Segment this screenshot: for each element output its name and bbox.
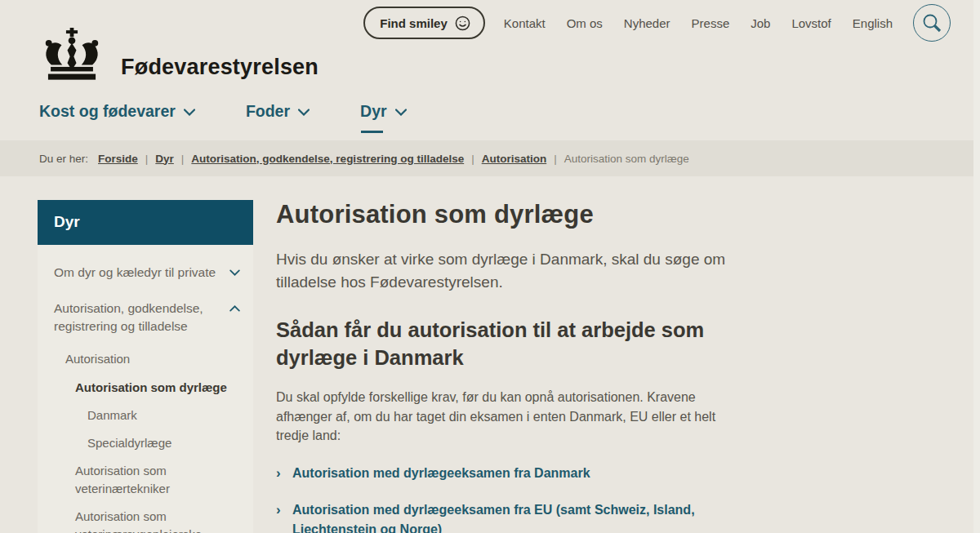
header-link-om-os[interactable]: Om os <box>556 16 613 30</box>
sidebar-item-specialdyrlaege[interactable]: Specialdyrlæge <box>38 429 253 457</box>
chevron-down-icon <box>298 109 310 116</box>
page-title: Autorisation som dyrlæge <box>276 200 738 229</box>
crown-icon <box>39 28 105 82</box>
body-paragraph: Du skal opfylde forskellige krav, før du… <box>276 388 738 446</box>
breadcrumb-link-dyr[interactable]: Dyr <box>155 153 174 165</box>
search-button[interactable] <box>913 4 951 42</box>
chevron-down-icon <box>395 109 407 116</box>
breadcrumb-prefix: Du er her: <box>39 153 88 165</box>
sidebar-title: Dyr <box>38 200 253 245</box>
mainnav-kost-og-fodevarer[interactable]: Kost og fødevarer <box>39 102 195 121</box>
sidebar-item-danmark[interactable]: Danmark <box>38 402 253 429</box>
list-item: › Autorisation med dyrlægeeksamen fra EU… <box>276 500 738 533</box>
sidebar-item-autorisation[interactable]: Autorisation <box>38 344 253 374</box>
chevron-down-icon <box>184 109 195 116</box>
site-header: Fødevarestyrelsen Find smiley Kontakt Om… <box>0 0 980 82</box>
header-link-kontakt[interactable]: Kontakt <box>493 16 556 30</box>
main-navigation: Kost og fødevarer Foder Dyr <box>0 82 980 140</box>
mainnav-label: Dyr <box>360 102 387 121</box>
brand-logo[interactable]: Fødevarestyrelsen <box>39 7 318 82</box>
breadcrumb-link-autorisation[interactable]: Autorisation <box>482 153 547 165</box>
sidebar-item-label: Autorisation, godkendelse, registrering … <box>54 300 229 335</box>
sidebar-menu: Om dyr og kæledyr til private Autorisati… <box>38 245 253 533</box>
brand-name: Fødevarestyrelsen <box>121 55 318 80</box>
mainnav-foder[interactable]: Foder <box>246 102 310 121</box>
find-smiley-label: Find smiley <box>380 16 448 30</box>
header-nav: Kontakt Om os Nyheder Presse Job Lovstof… <box>493 16 903 30</box>
link-autorisation-eu[interactable]: Autorisation med dyrlægeeksamen fra EU (… <box>292 503 695 533</box>
list-item: › Autorisation med dyrlægeeksamen fra Da… <box>276 464 738 483</box>
chevron-down-icon <box>229 269 240 276</box>
sidebar-item-autorisation-godkendelse[interactable]: Autorisation, godkendelse, registrering … <box>38 291 253 344</box>
header-link-presse[interactable]: Presse <box>681 16 741 30</box>
find-smiley-button[interactable]: Find smiley <box>363 7 485 39</box>
breadcrumb-link-forside[interactable]: Forside <box>98 153 138 165</box>
header-utilities: Find smiley Kontakt Om os Nyheder Presse… <box>363 6 951 40</box>
breadcrumb-separator: | <box>471 153 474 165</box>
search-icon <box>921 12 942 33</box>
sidebar-item-veterinaertekniker[interactable]: Autorisation som veterinærtekniker <box>38 457 253 503</box>
arrow-right-icon: › <box>276 500 292 533</box>
arrow-right-icon: › <box>276 464 292 483</box>
header-link-english[interactable]: English <box>842 16 903 30</box>
sidebar-item-om-dyr-og-kaeledyr[interactable]: Om dyr og kæledyr til private <box>38 255 253 291</box>
breadcrumb-separator: | <box>181 153 185 165</box>
breadcrumb-separator: | <box>145 153 149 165</box>
sidebar: Dyr Om dyr og kæledyr til private Autori… <box>38 200 253 533</box>
page-edge <box>973 0 980 533</box>
link-list: › Autorisation med dyrlægeeksamen fra Da… <box>276 464 738 533</box>
main-content: Autorisation som dyrlæge Hvis du ønsker … <box>276 200 738 533</box>
breadcrumb-link-autorisation-godkendelse[interactable]: Autorisation, godkendelse, registrering … <box>191 153 464 165</box>
header-link-lovstof[interactable]: Lovstof <box>781 16 841 30</box>
section-heading: Sådan får du autorisation til at arbejde… <box>276 316 738 371</box>
chevron-up-icon <box>229 305 240 312</box>
mainnav-label: Kost og fødevarer <box>39 102 176 121</box>
sidebar-item-autorisation-som-dyrlaege[interactable]: Autorisation som dyrlæge <box>38 374 253 402</box>
header-link-nyheder[interactable]: Nyheder <box>613 16 681 30</box>
smiley-icon <box>455 16 470 31</box>
sidebar-item-veterinaersygeplejerske[interactable]: Autorisation som veterinærsygeplejerske <box>38 503 253 533</box>
link-autorisation-danmark[interactable]: Autorisation med dyrlægeeksamen fra Danm… <box>292 466 590 480</box>
breadcrumb-separator: | <box>554 153 557 165</box>
mainnav-dyr[interactable]: Dyr <box>360 102 407 121</box>
intro-text: Hvis du ønsker at virke som dyrlæge i Da… <box>276 248 727 294</box>
content-area: Dyr Om dyr og kæledyr til private Autori… <box>0 176 980 533</box>
breadcrumb-current: Autorisation som dyrlæge <box>564 153 689 165</box>
breadcrumb: Du er her: Forside | Dyr | Autorisation,… <box>0 140 980 176</box>
sidebar-item-label: Om dyr og kæledyr til private <box>54 264 216 282</box>
mainnav-label: Foder <box>246 102 290 121</box>
header-link-job[interactable]: Job <box>740 16 781 30</box>
